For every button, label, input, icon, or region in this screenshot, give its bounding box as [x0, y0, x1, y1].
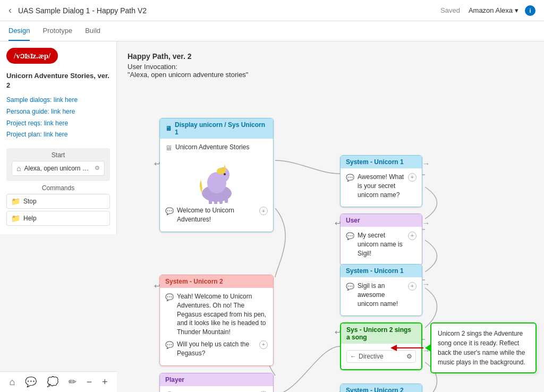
right-arrow-1: → [422, 159, 430, 168]
user-card-body: 💬 My secret unicorn name is Sigil! + [341, 227, 422, 265]
link-project-plan: Project plan: link here [6, 129, 110, 141]
help-folder-icon: 📁 [11, 214, 20, 223]
speech-icon-3: 💬 [346, 232, 354, 241]
directive-text: Directive [359, 353, 384, 360]
card-player[interactable]: Player 💬 Yes! + [159, 373, 274, 392]
unicorn-illustration [196, 156, 238, 204]
command-stop[interactable]: 📁 Stop [6, 194, 110, 209]
tab-build[interactable]: Build [85, 21, 100, 41]
back-button[interactable]: ‹ [8, 5, 12, 16]
card-user[interactable]: User 💬 My secret unicorn name is Sigil! … [340, 214, 422, 266]
user-invocation: User Invocation: "Alexa, open unicorn ad… [128, 63, 533, 79]
unicorn2-speech2: Will you help us catch the Pegasus? [177, 340, 256, 358]
canvas[interactable]: Happy Path, ver. 2 User Invocation: "Ale… [117, 41, 544, 392]
canvas-header: Happy Path, ver. 2 User Invocation: "Ale… [128, 52, 533, 79]
speech-icon-4: 💬 [346, 282, 354, 292]
commands-section: Commands 📁 Stop 📁 Help [6, 184, 110, 226]
account-label: Amazon Alexa [469, 6, 513, 14]
svg-rect-11 [209, 199, 212, 204]
add-user-btn[interactable]: + [408, 232, 416, 240]
link-project-reqs: Project reqs: link here [6, 118, 110, 130]
card-display-unicorn[interactable]: 🖥 Display unicorn / Sys Unicorn 1 🖥 Unic… [159, 118, 274, 232]
svg-point-10 [224, 173, 226, 175]
speech-icon-2: 💬 [346, 173, 354, 183]
sys-unicorn2-sings-header: Sys - Unicorn 2 sings a song [341, 323, 421, 344]
inner-title-row: 🖥 Unicorn Adventure Stories [165, 143, 268, 153]
unicorn1-top-speech-row: 💬 Awesome! What is your secret unicorn n… [346, 173, 416, 199]
bubble-icon[interactable]: 💭 [47, 376, 58, 388]
card-system-unicorn1-bottom[interactable]: System - Unicorn 1 💬 Sigil is an awesome… [340, 264, 422, 316]
flow-container: 🖥 Display unicorn / Sys Unicorn 1 🖥 Unic… [128, 86, 531, 392]
system-unicorn1-top-title: System - Unicorn 1 [346, 158, 404, 166]
home-bottom-icon[interactable]: ⌂ [9, 377, 15, 388]
start-section: Start ⌂ Alexa, open unicorn advent... ⚙ [6, 148, 110, 181]
help-label: Help [23, 215, 105, 222]
system-unicorn2-title: System - Unicorn 2 [165, 278, 223, 285]
start-item[interactable]: ⌂ Alexa, open unicorn advent... ⚙ [12, 161, 105, 176]
player-body: 💬 Yes! + [160, 386, 273, 392]
card-system-unicorn1-top[interactable]: System - Unicorn 1 💬 Awesome! What is yo… [340, 155, 422, 207]
add-unicorn1-top-btn[interactable]: + [408, 173, 416, 182]
left-arrow-display: ↩ [154, 159, 160, 168]
speech-icon-5: 💬 [165, 293, 174, 302]
chevron-down-icon: ▾ [515, 6, 518, 14]
commands-label: Commands [6, 184, 110, 192]
sidebar-bottom-bar: ⌂ 💬 💭 ✏ − + [0, 371, 117, 392]
system-unicorn2-bottom-header: System - Unicorn 2 [341, 384, 422, 392]
display-unicorn-title: Display unicorn / Sys Unicorn 1 [175, 121, 268, 136]
chat-icon[interactable]: 💬 [25, 376, 37, 388]
add-unicorn2-btn[interactable]: + [259, 340, 268, 349]
user-speech-row: 💬 My secret unicorn name is Sigil! + [346, 231, 416, 258]
tooltip-text: Unicorn 2 sings the Adventure song once … [438, 330, 525, 366]
edit-icon[interactable]: ✏ [69, 376, 76, 388]
tab-design[interactable]: Design [8, 21, 30, 41]
unicorn2-speech2-row: 💬 Will you help us catch the Pegasus? + [165, 340, 268, 358]
player-title: Player [165, 376, 184, 384]
sidebar: /vɔɪsɪz.æp/ Unicorn Adventure Stories, v… [0, 41, 117, 234]
tabs-bar: Design Prototype Build [0, 21, 544, 41]
persona-guide-link[interactable]: link here [51, 108, 75, 115]
account-menu[interactable]: Amazon Alexa ▾ [469, 6, 518, 14]
project-title: Unicorn Adventure Stories, ver. 2 [6, 71, 110, 90]
system-unicorn1-top-body: 💬 Awesome! What is your secret unicorn n… [341, 168, 422, 207]
user-speech: My secret unicorn name is Sigil! [358, 231, 405, 258]
player-header: Player [160, 373, 273, 386]
left-arrow-user: ↩ [335, 219, 341, 227]
welcome-speech-row: 💬 Welcome to Unicorn Adventures! + [165, 206, 268, 224]
speech-icon-1: 💬 [165, 207, 174, 216]
unicorn2-speech1: Yeah! Welcome to Unicorn Adventures. Oh … [177, 292, 268, 337]
tab-prototype[interactable]: Prototype [42, 21, 72, 41]
gear-icon: ⚙ [95, 165, 100, 172]
sidebar-links: Sample dialogs: link here Persona guide:… [6, 95, 110, 140]
minus-icon[interactable]: − [87, 377, 92, 388]
display-icon: 🖥 [165, 125, 172, 132]
welcome-speech-text: Welcome to Unicorn Adventures! [177, 206, 256, 224]
stop-label: Stop [23, 198, 105, 205]
user-invocation-text: "Alexa, open unicorn adventure stories" [128, 71, 248, 79]
unicorn1-top-speech: Awesome! What is your secret unicorn nam… [358, 173, 405, 199]
sample-dialogs-link[interactable]: link here [54, 96, 78, 104]
add-speech-btn[interactable]: + [259, 207, 268, 215]
system-unicorn1-bottom-header: System - Unicorn 1 [341, 265, 422, 277]
command-help[interactable]: 📁 Help [6, 211, 110, 226]
add-unicorn1-bottom-btn[interactable]: + [408, 282, 416, 291]
card-system-unicorn2[interactable]: System - Unicorn 2 💬 Yeah! Welcome to Un… [159, 275, 274, 366]
card-system-unicorn2-bottom[interactable]: System - Unicorn 2 💬 Sigil, before we go… [340, 384, 422, 392]
project-reqs-link[interactable]: link here [44, 120, 68, 127]
svg-rect-14 [225, 198, 228, 203]
user-card-header: User [341, 214, 422, 227]
right-arrow-4: → [422, 346, 430, 355]
directive-arrow-icon: ← [350, 353, 356, 360]
system-unicorn2-bottom-title: System - Unicorn 2 [346, 387, 404, 392]
top-bar: ‹ UAS Sample Dialog 1 - Happy Path V2 Sa… [0, 0, 544, 21]
info-button[interactable]: i [525, 5, 536, 16]
left-arrow-unicorn2: ↩ [154, 282, 160, 290]
canvas-title: Happy Path, ver. 2 [128, 52, 533, 61]
main-area: /vɔɪsɪz.æp/ Unicorn Adventure Stories, v… [0, 41, 544, 392]
plus-icon[interactable]: + [102, 377, 108, 388]
project-plan-link[interactable]: link here [44, 131, 67, 138]
tooltip-red-arrow [389, 343, 426, 353]
right-arrow-3: → [422, 280, 430, 288]
sys-unicorn2-sings-title: Sys - Unicorn 2 sings a song [346, 326, 416, 341]
system-unicorn1-bottom-title: System - Unicorn 1 [346, 267, 404, 275]
